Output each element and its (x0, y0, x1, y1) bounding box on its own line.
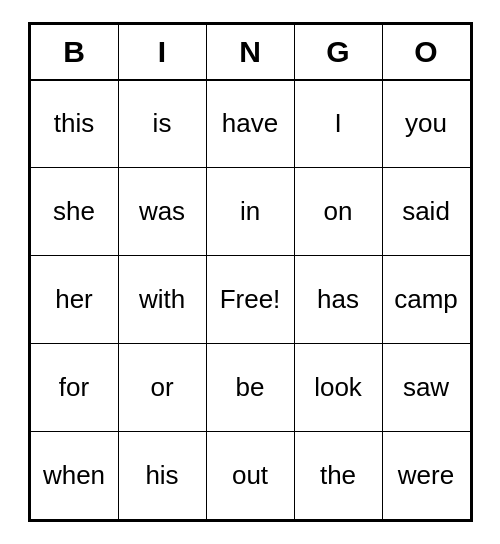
bingo-card: B I N G O thisishaveIyoushewasinonsaidhe… (28, 22, 473, 522)
cell-3-3: look (294, 344, 382, 432)
bingo-table: B I N G O thisishaveIyoushewasinonsaidhe… (30, 24, 471, 520)
cell-0-2: have (206, 80, 294, 168)
cell-0-4: you (382, 80, 470, 168)
col-i: I (118, 25, 206, 80)
cell-4-2: out (206, 432, 294, 520)
cell-4-3: the (294, 432, 382, 520)
cell-3-1: or (118, 344, 206, 432)
cell-1-2: in (206, 168, 294, 256)
table-row: shewasinonsaid (30, 168, 470, 256)
cell-1-1: was (118, 168, 206, 256)
cell-2-3: has (294, 256, 382, 344)
cell-3-0: for (30, 344, 118, 432)
header-row: B I N G O (30, 25, 470, 80)
col-n: N (206, 25, 294, 80)
cell-4-0: when (30, 432, 118, 520)
cell-2-1: with (118, 256, 206, 344)
table-row: fororbelooksaw (30, 344, 470, 432)
col-o: O (382, 25, 470, 80)
cell-0-0: this (30, 80, 118, 168)
cell-4-4: were (382, 432, 470, 520)
table-row: thisishaveIyou (30, 80, 470, 168)
cell-2-4: camp (382, 256, 470, 344)
table-row: whenhisoutthewere (30, 432, 470, 520)
cell-1-0: she (30, 168, 118, 256)
table-row: herwithFree!hascamp (30, 256, 470, 344)
cell-4-1: his (118, 432, 206, 520)
cell-0-1: is (118, 80, 206, 168)
cell-0-3: I (294, 80, 382, 168)
cell-2-0: her (30, 256, 118, 344)
cell-1-4: said (382, 168, 470, 256)
cell-3-4: saw (382, 344, 470, 432)
col-b: B (30, 25, 118, 80)
cell-2-2: Free! (206, 256, 294, 344)
cell-3-2: be (206, 344, 294, 432)
col-g: G (294, 25, 382, 80)
cell-1-3: on (294, 168, 382, 256)
